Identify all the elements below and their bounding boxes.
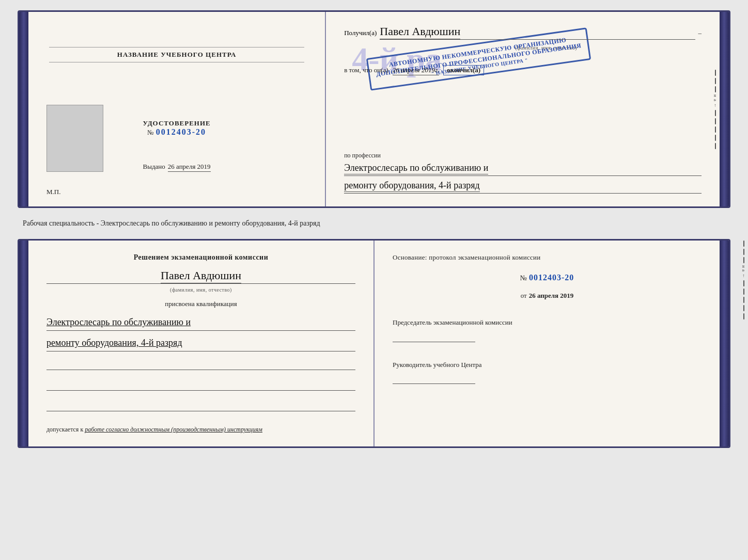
edge-letter-i: и <box>713 94 718 97</box>
dopuskaetsya-block: допускается к работе согласно должностны… <box>46 426 355 434</box>
issued-date: 26 апреля 2019 <box>168 163 211 172</box>
specialty-text: Рабочая специальность - Электрослесарь п… <box>23 219 320 227</box>
protocol-number: 0012403-20 <box>529 273 574 282</box>
doc-spine-right <box>720 12 729 206</box>
date-value: 26 апреля 2019 <box>529 292 574 300</box>
bottom-spread: Решением экзаменационной комиссии Павел … <box>18 239 730 448</box>
blank-1 <box>46 361 355 370</box>
edge-d5 <box>715 118 716 124</box>
chairman-label: Председатель экзаменационной комиссии <box>393 317 702 328</box>
qual-line2: ремонту оборудования, 4-й разряд <box>46 338 182 348</box>
recipient-label: Получил(а) <box>344 29 377 37</box>
prisvoena-label: присвоена квалификация <box>46 300 355 308</box>
recipient-name: Павел Авдюшин <box>380 25 460 39</box>
date-prefix: от <box>521 292 527 300</box>
dopuskaetsya-prefix: допускается к <box>46 426 83 433</box>
komissia-sub: (фамилия, имя, отчество) <box>46 287 355 293</box>
edge-d7 <box>715 135 716 141</box>
edge-d4 <box>715 110 716 116</box>
dopuskaetsya-text: работе согласно должностным (производств… <box>85 426 262 433</box>
blank-3 <box>46 402 355 411</box>
komissia-title: Решением экзаменационной комиссии <box>46 253 355 262</box>
photo-placeholder <box>46 105 103 172</box>
profession-block: по профессии Электрослесарь по обслужива… <box>344 152 702 194</box>
edge-letter-arrow: ← <box>713 103 718 108</box>
bottom-spine-right <box>720 241 729 446</box>
edge-d1 <box>715 70 716 76</box>
profession-line1: Электрослесарь по обслуживанию и <box>344 163 488 174</box>
qual-line1: Электрослесарь по обслуживанию и <box>46 317 191 327</box>
cert-block: УДОСТОВЕРЕНИЕ № 0012403-20 <box>143 119 210 137</box>
edge-letter-a: а <box>713 99 718 101</box>
top-spread: НАЗВАНИЕ УЧЕБНОГО ЦЕНТРА УДОСТОВЕРЕНИЕ №… <box>18 10 730 208</box>
okончил: окончил(а) <box>443 65 484 75</box>
profession-line2: ремонту оборудования, 4-й разряд <box>344 180 480 192</box>
dash-right: – <box>698 29 702 37</box>
issued-label: Выдано <box>143 163 165 171</box>
cert-number: 0012403-20 <box>156 127 206 137</box>
osnov-title: Основание: протокол экзаменационной коми… <box>393 253 702 262</box>
top-right-page: Получил(а) Павел Авдюшин – (фамилия, имя… <box>326 12 720 206</box>
cert-number-prefix: № <box>147 129 153 137</box>
rukov-label: Руководитель учебного Центра <box>393 360 702 370</box>
doc-spine-left <box>19 12 28 206</box>
chairman-sign <box>393 330 475 342</box>
bottom-right-page: Основание: протокол экзаменационной коми… <box>375 241 720 446</box>
specialty-label: Рабочая специальность - Электрослесарь п… <box>18 217 730 230</box>
edge-d6 <box>715 126 716 133</box>
bottom-left-page: Решением экзаменационной комиссии Павел … <box>28 241 375 446</box>
po-professii: по профессии <box>344 152 702 159</box>
rukov-sign <box>393 372 475 384</box>
edge-d3 <box>715 86 716 92</box>
vtom-date: 26 апреля 2019г. <box>393 66 439 75</box>
bottom-spine-left <box>19 241 28 446</box>
blank-2 <box>46 381 355 391</box>
protocol-prefix: № <box>520 274 527 282</box>
edge-d2 <box>715 78 716 84</box>
vtom-prefix: в том, что он(а) <box>344 66 388 74</box>
top-left-page: НАЗВАНИЕ УЧЕБНОГО ЦЕНТРА УДОСТОВЕРЕНИЕ №… <box>28 12 326 206</box>
komissia-name: Павел Авдюшин <box>161 269 241 283</box>
mp-label: М.П. <box>46 188 60 196</box>
cert-label: УДОСТОВЕРЕНИЕ <box>143 119 210 127</box>
center-title-top: НАЗВАНИЕ УЧЕБНОГО ЦЕНТРА <box>49 47 304 62</box>
edge-d8 <box>715 143 716 149</box>
